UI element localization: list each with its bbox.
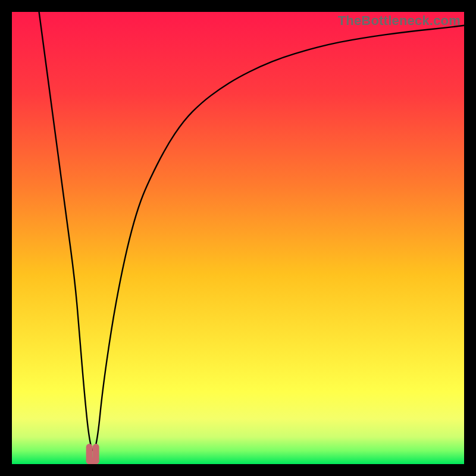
watermark-label: TheBottleneck.com bbox=[338, 13, 461, 29]
chart-frame: TheBottleneck.com bbox=[12, 12, 464, 464]
plot-area bbox=[12, 12, 464, 464]
svg-rect-3 bbox=[86, 458, 99, 464]
minimum-marker bbox=[12, 12, 464, 464]
